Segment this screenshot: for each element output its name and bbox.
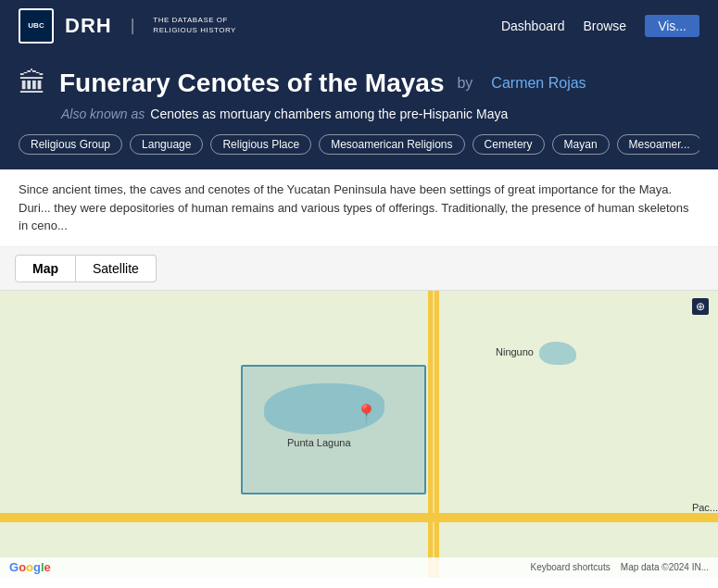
map-data-attribution: Map data ©2024 IN... <box>621 562 709 572</box>
logo-area: UBC DRH | THE DATABASE OF RELIGIOUS HIST… <box>19 8 236 44</box>
tag-cemetery[interactable]: Cemetery <box>472 134 545 155</box>
drh-logo-text: DRH <box>65 14 112 38</box>
map-container[interactable]: Ninguno Punta Laguna Pac... 📍 ⊕ Google K… <box>0 291 718 578</box>
tag-mayan[interactable]: Mayan <box>552 134 610 155</box>
map-control-icon[interactable]: ⊕ <box>692 298 709 315</box>
ninguno-water-shape <box>539 342 576 365</box>
tag-language[interactable]: Language <box>130 134 203 155</box>
title-row: 🏛 Funerary Cenotes of the Mayas by Carme… <box>19 68 699 99</box>
tag-mesoamer[interactable]: Mesoamer... <box>617 134 699 155</box>
location-marker: 📍 <box>355 403 378 425</box>
pach-label: Pac... <box>692 502 718 513</box>
also-known-label: Also known as <box>61 106 145 121</box>
nav-visualize[interactable]: Vis... <box>645 15 699 37</box>
also-known-value: Cenotes as mortuary chambers among the p… <box>150 106 508 121</box>
nav-dashboard[interactable]: Dashboard <box>501 19 565 33</box>
nav-browse[interactable]: Browse <box>583 19 626 33</box>
tags-row: Religious Group Language Religious Place… <box>19 134 699 158</box>
ubc-logo: UBC <box>19 8 54 44</box>
road-vertical <box>428 291 439 578</box>
tag-religious-place[interactable]: Religious Place <box>210 134 311 155</box>
logo-divider: | <box>131 16 135 35</box>
tab-map[interactable]: Map <box>15 255 76 282</box>
map-tabs: Map Satellite <box>0 247 718 291</box>
description-text: Since ancient times, the caves and cenot… <box>19 182 689 232</box>
drh-subtitle: THE DATABASE OF RELIGIOUS HISTORY <box>153 16 236 35</box>
author-name[interactable]: Carmen Rojas <box>491 75 586 92</box>
map-attribution: Google Keyboard shortcuts Map data ©2024… <box>0 557 718 578</box>
header: UBC DRH | THE DATABASE OF RELIGIOUS HIST… <box>0 0 718 51</box>
nav-links: Dashboard Browse Vis... <box>501 15 699 37</box>
tag-religious-group[interactable]: Religious Group <box>19 134 122 155</box>
also-known-row: Also known as Cenotes as mortuary chambe… <box>19 106 699 121</box>
ninguno-label: Ninguno <box>496 346 534 357</box>
pillar-icon: 🏛 <box>19 68 46 99</box>
map-attribution-right: Keyboard shortcuts Map data ©2024 IN... <box>531 562 710 572</box>
road-horizontal <box>0 513 718 522</box>
tab-satellite[interactable]: Satellite <box>76 255 157 282</box>
punta-laguna-label: Punta Laguna <box>287 437 351 448</box>
author-prefix: by <box>457 75 472 92</box>
page-content-header: 🏛 Funerary Cenotes of the Mayas by Carme… <box>0 51 718 169</box>
page-title: Funerary Cenotes of the Mayas <box>59 69 444 98</box>
tag-mesoamerican-religions[interactable]: Mesoamerican Religions <box>319 134 464 155</box>
keyboard-shortcuts-link[interactable]: Keyboard shortcuts <box>531 562 611 572</box>
road-vertical-center <box>433 291 435 578</box>
google-logo: Google <box>9 560 51 574</box>
description-area: Since ancient times, the caves and cenot… <box>0 169 718 247</box>
